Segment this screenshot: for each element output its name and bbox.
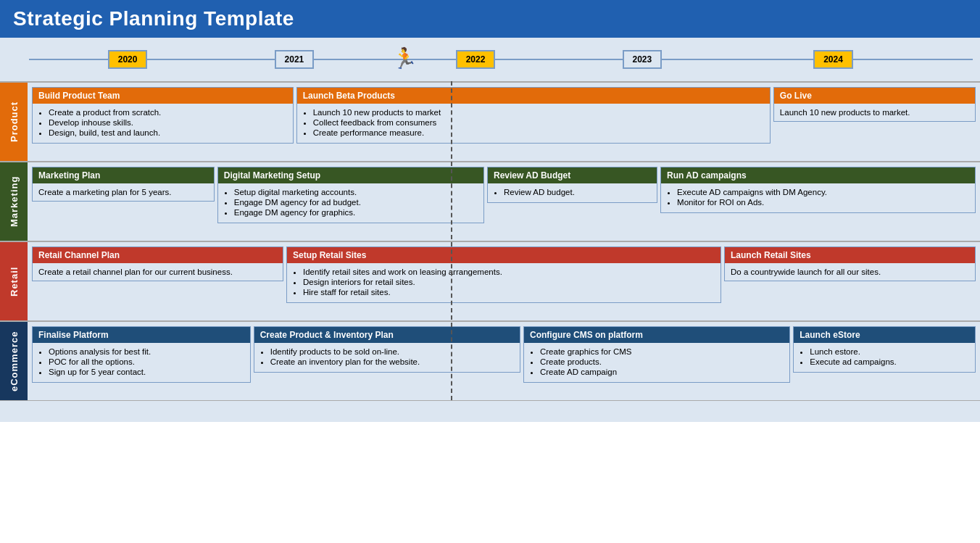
card-review-ad-budget: Review AD Budget Review AD budget. [487, 167, 657, 203]
card-retail-channel-plan: Retail Channel Plan Create a retail chan… [32, 246, 283, 281]
product-label: Product [0, 83, 28, 161]
marketing-cards: Marketing Plan Create a marketing plan f… [28, 162, 980, 241]
current-marker-line [451, 81, 452, 400]
card-configure-cms-platform: Configure CMS on platform Create graphic… [523, 326, 790, 383]
year-2024: 2024 [813, 50, 853, 69]
runner-icon: 🏃 [392, 46, 418, 70]
timeline: 2020 2021 2022 2023 2024 🏃 [0, 38, 980, 81]
card-setup-retail-sites: Setup Retail Sites Identify retail sites… [286, 246, 721, 303]
card-body-configure-cms-platform: Create graphics for CMS Create products.… [524, 343, 789, 382]
card-launch-beta-products: Launch Beta Products Launch 10 new produ… [296, 87, 771, 144]
card-header-go-live: Go Live [774, 88, 975, 104]
card-body-marketing-plan: Create a marketing plan for 5 years. [33, 183, 214, 201]
ecommerce-label: eCommerce [0, 322, 28, 400]
year-2020: 2020 [108, 50, 148, 69]
card-header-review-ad-budget: Review AD Budget [488, 167, 657, 183]
ecommerce-cards: Finalise Platform Options analysis for b… [28, 322, 980, 400]
year-2021: 2021 [275, 50, 315, 69]
card-body-launch-retail-sites: Do a countrywide launch for all our site… [725, 263, 975, 281]
product-cards: Build Product Team Create a product from… [28, 83, 980, 161]
card-body-retail-channel-plan: Create a retail channel plan for our cur… [33, 263, 283, 281]
card-header-retail-channel-plan: Retail Channel Plan [33, 247, 283, 263]
year-2022: 2022 [456, 50, 496, 69]
bottom-bar [0, 400, 980, 422]
card-body-finalise-platform: Options analysis for best fit. POC for a… [33, 343, 250, 382]
card-header-build-product-team: Build Product Team [33, 88, 293, 104]
retail-label: Retail [0, 242, 28, 320]
card-header-launch-estore: Launch eStore [794, 327, 975, 343]
main-content: Product Build Product Team Create a prod… [0, 81, 980, 400]
card-create-product-inventory-plan: Create Product & Inventory Plan Identify… [254, 326, 520, 373]
retail-cards: Retail Channel Plan Create a retail chan… [28, 242, 980, 320]
card-body-create-product-inventory-plan: Identify products to be sold on-line. Cr… [254, 343, 520, 372]
card-body-digital-marketing-setup: Setup digital marketing accounts. Engage… [218, 183, 483, 223]
card-header-marketing-plan: Marketing Plan [33, 167, 214, 183]
card-header-finalise-platform: Finalise Platform [33, 327, 250, 343]
card-header-create-product-inventory-plan: Create Product & Inventory Plan [254, 327, 520, 343]
ecommerce-section: eCommerce Finalise Platform Options anal… [0, 320, 980, 400]
card-launch-retail-sites: Launch Retail Sites Do a countrywide lau… [724, 246, 976, 281]
retail-section: Retail Retail Channel Plan Create a reta… [0, 241, 980, 320]
card-go-live: Go Live Launch 10 new products to market… [773, 87, 976, 122]
card-finalise-platform: Finalise Platform Options analysis for b… [32, 326, 251, 383]
card-header-digital-marketing-setup: Digital Marketing Setup [218, 167, 483, 183]
card-body-launch-estore: Lunch estore. Execute ad campaigns. [794, 343, 975, 372]
marketing-label: Marketing [0, 162, 28, 241]
card-marketing-plan: Marketing Plan Create a marketing plan f… [32, 167, 215, 202]
card-run-ad-campaigns: Run AD campaigns Execute AD campaigns wi… [660, 167, 976, 213]
card-body-go-live: Launch 10 new products to market. [774, 104, 975, 121]
card-digital-marketing-setup: Digital Marketing Setup Setup digital ma… [217, 167, 484, 223]
card-body-build-product-team: Create a product from scratch. Develop i… [33, 104, 293, 143]
page-title: Strategic Planning Template [0, 0, 980, 38]
card-body-setup-retail-sites: Identify retail sites and work on leasin… [287, 263, 721, 302]
year-2023: 2023 [623, 50, 663, 69]
card-body-review-ad-budget: Review AD budget. [488, 183, 657, 202]
card-body-run-ad-campaigns: Execute AD campaigns with DM Agency. Mon… [661, 183, 975, 212]
card-header-setup-retail-sites: Setup Retail Sites [287, 247, 721, 263]
card-build-product-team: Build Product Team Create a product from… [32, 87, 294, 144]
card-header-launch-beta-products: Launch Beta Products [297, 88, 770, 104]
card-body-launch-beta-products: Launch 10 new products to market Collect… [297, 104, 770, 143]
card-header-run-ad-campaigns: Run AD campaigns [661, 167, 975, 183]
card-header-configure-cms-platform: Configure CMS on platform [524, 327, 789, 343]
marketing-section: Marketing Marketing Plan Create a market… [0, 161, 980, 241]
product-section: Product Build Product Team Create a prod… [0, 81, 980, 161]
card-launch-estore: Launch eStore Lunch estore. Execute ad c… [793, 326, 976, 373]
card-header-launch-retail-sites: Launch Retail Sites [725, 247, 975, 263]
